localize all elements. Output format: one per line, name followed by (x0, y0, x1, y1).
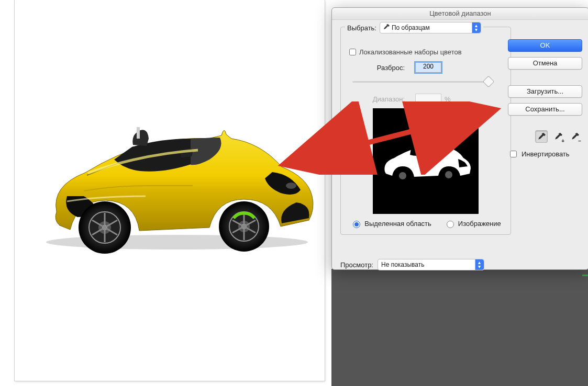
range-input (415, 94, 441, 104)
preview-radio-selection-input[interactable] (353, 221, 360, 228)
invert-input[interactable] (510, 151, 517, 157)
select-label: Выбрать: (347, 24, 376, 32)
eyedropper-subtract-icon[interactable]: − (569, 130, 581, 143)
preview-radio-selection-label: Выделенная область (364, 220, 431, 228)
select-group: Выбрать: По образцам ▴▾ Локализованные н… (340, 27, 511, 235)
preview-mode-label: Просмотр: (340, 261, 373, 269)
select-value: По образцам (392, 24, 430, 31)
localized-colors-label: Локализованные наборы цветов (359, 48, 462, 56)
localized-colors-input[interactable] (349, 49, 356, 55)
fuzziness-label: Разброс: (347, 64, 405, 72)
fuzziness-input[interactable]: 200 (415, 62, 441, 73)
eyedropper-icon (383, 24, 390, 32)
slider-thumb[interactable] (483, 76, 495, 88)
fuzziness-row: Разброс: 200 (347, 62, 504, 73)
save-button[interactable]: Сохранить... (508, 103, 582, 116)
app-background (331, 269, 588, 386)
chevron-updown-icon: ▴▾ (475, 259, 484, 270)
document-canvas[interactable] (15, 0, 325, 381)
preview-radio-image-input[interactable] (447, 221, 454, 228)
slider-track (352, 81, 491, 83)
selection-preview[interactable] (373, 108, 479, 214)
localized-colors-checkbox[interactable]: Локализованные наборы цветов (347, 47, 504, 57)
dialog-title[interactable]: Цветовой диапазон (332, 8, 588, 20)
svg-rect-1 (137, 127, 140, 139)
range-row: Диапазон: % (347, 94, 504, 104)
range-label: Диапазон: (347, 95, 405, 103)
chevron-updown-icon: ▴▾ (472, 22, 481, 33)
ok-button[interactable]: OK (508, 39, 582, 52)
fuzziness-slider[interactable] (352, 77, 491, 86)
svg-point-2 (286, 183, 296, 189)
eyedropper-sample-icon[interactable] (535, 130, 548, 143)
preview-radio-image[interactable]: Изображение (444, 219, 501, 228)
eyedropper-add-icon[interactable]: + (552, 130, 564, 143)
preview-radio-selection[interactable]: Выделенная область (350, 219, 431, 228)
car-image (36, 123, 316, 254)
cancel-button[interactable]: Отмена (508, 57, 582, 70)
color-range-dialog: Цветовой диапазон Выбрать: По образцам ▴… (331, 7, 588, 270)
preview-mode-dropdown[interactable]: Не показывать ▴▾ (378, 259, 484, 270)
svg-point-26 (445, 171, 452, 178)
load-button[interactable]: Загрузить... (508, 85, 582, 98)
preview-radio-image-label: Изображение (458, 220, 501, 228)
invert-checkbox[interactable]: Инвертировать (508, 149, 581, 159)
preview-mode-value: Не показывать (381, 261, 424, 268)
select-dropdown[interactable]: По образцам ▴▾ (380, 22, 481, 33)
range-unit: % (445, 95, 451, 103)
accent-sliver (582, 275, 588, 276)
svg-point-25 (399, 172, 406, 179)
invert-label: Инвертировать (522, 150, 570, 158)
eyedropper-tools: + − (508, 130, 581, 143)
